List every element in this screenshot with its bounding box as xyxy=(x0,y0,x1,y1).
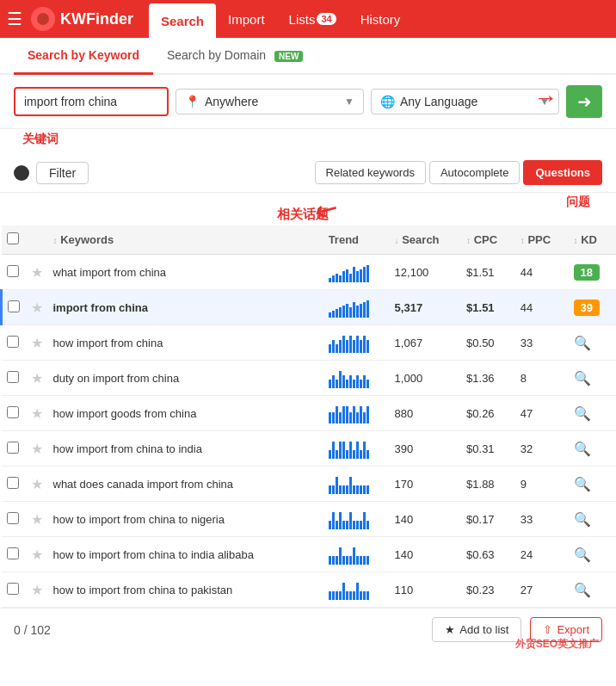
favorite-icon[interactable]: ★ xyxy=(31,371,43,386)
row-checkbox[interactable] xyxy=(7,583,19,595)
trend-bar xyxy=(332,512,335,529)
kd-cell: 🔍 xyxy=(569,325,616,361)
nav-item-lists[interactable]: Lists 34 xyxy=(277,0,348,38)
filter-toggle[interactable] xyxy=(14,165,29,181)
trend-bar xyxy=(349,412,352,423)
trend-bar xyxy=(356,336,359,353)
ppc-cell: 33 xyxy=(515,325,569,361)
add-to-list-button[interactable]: ★ Add to list xyxy=(432,617,521,642)
trend-bar xyxy=(332,275,335,282)
row-checkbox[interactable] xyxy=(7,336,19,348)
search-button[interactable]: ➜ xyxy=(566,85,602,118)
search-volume-cell: 170 xyxy=(390,467,461,502)
favorite-icon[interactable]: ★ xyxy=(31,300,43,315)
trend-bar xyxy=(353,380,355,388)
filter-bar: Filter Related keywords Autocomplete Que… xyxy=(0,153,616,193)
trend-bar xyxy=(360,340,362,353)
trend-bar xyxy=(360,406,362,423)
trend-bar xyxy=(360,304,362,318)
col-trend: Trend xyxy=(323,226,390,255)
favorite-icon[interactable]: ★ xyxy=(31,547,43,562)
select-all-checkbox[interactable] xyxy=(7,232,19,244)
trend-bar xyxy=(329,278,331,282)
favorite-icon[interactable]: ★ xyxy=(31,265,43,280)
filter-button[interactable]: Filter xyxy=(36,162,89,184)
trend-bar xyxy=(342,306,345,318)
trend-bar xyxy=(332,311,335,318)
row-checkbox[interactable] xyxy=(7,512,19,524)
row-checkbox[interactable] xyxy=(8,300,20,312)
menu-icon[interactable]: ☰ xyxy=(7,9,22,29)
ppc-cell: 8 xyxy=(515,361,569,396)
trend-bar xyxy=(336,556,338,565)
cpc-cell: $0.17 xyxy=(461,502,515,537)
sub-nav-keyword[interactable]: Search by Keyword xyxy=(14,38,153,75)
row-checkbox[interactable] xyxy=(7,547,19,559)
trend-bar xyxy=(360,380,362,388)
keyword-input-wrapper[interactable] xyxy=(14,87,169,116)
star-icon-btn: ★ xyxy=(445,623,455,636)
keyword-cell: how import goods from china xyxy=(48,396,323,431)
favorite-icon[interactable]: ★ xyxy=(31,512,43,527)
kd-cell: 🔍 xyxy=(569,431,616,467)
cpc-cell: $1.88 xyxy=(461,467,515,502)
cpc-cell: $0.63 xyxy=(461,537,515,572)
search-icon[interactable]: 🔍 xyxy=(574,406,591,421)
row-checkbox[interactable] xyxy=(7,442,19,454)
table-header: ↕ Keywords Trend ↓ Search ↕ CPC ↕ PPC ↕ … xyxy=(2,226,617,255)
trend-cell xyxy=(323,361,390,396)
tab-related-keywords[interactable]: Related keywords xyxy=(315,161,426,184)
table-row: ★how import from china to india390$0.313… xyxy=(2,431,617,467)
tab-questions[interactable]: Questions xyxy=(523,160,602,185)
sub-nav-domain[interactable]: Search by Domain NEW xyxy=(153,38,317,75)
keyword-input[interactable] xyxy=(24,95,158,108)
pin-icon: 📍 xyxy=(185,95,200,108)
trend-bar xyxy=(356,306,359,318)
trend-cell xyxy=(323,290,390,325)
location-selector[interactable]: 📍 Anywhere ▼ xyxy=(176,89,364,114)
favorite-icon[interactable]: ★ xyxy=(31,442,43,456)
search-volume-cell: 1,000 xyxy=(390,361,461,396)
nav-item-import[interactable]: Import xyxy=(216,0,277,38)
row-checkbox[interactable] xyxy=(7,406,19,418)
search-icon[interactable]: 🔍 xyxy=(574,583,591,597)
kd-cell: 🔍 xyxy=(569,467,616,502)
row-checkbox[interactable] xyxy=(7,265,19,277)
search-icon[interactable]: 🔍 xyxy=(574,477,591,491)
language-selector[interactable]: 🌐 Any Language ▼ xyxy=(371,89,559,114)
favorite-icon[interactable]: ★ xyxy=(31,477,43,491)
search-icon[interactable]: 🔍 xyxy=(574,547,591,562)
trend-bar xyxy=(360,485,362,494)
kd-cell: 🔍 xyxy=(569,361,616,396)
trend-bar xyxy=(367,340,369,353)
nav-item-search[interactable]: Search xyxy=(149,3,216,38)
language-text: Any Language xyxy=(400,95,534,108)
keyword-cell: how import from china xyxy=(48,325,323,361)
search-icon[interactable]: 🔍 xyxy=(574,371,591,386)
favorite-icon[interactable]: ★ xyxy=(31,406,43,421)
trend-bar xyxy=(353,302,355,318)
search-icon[interactable]: 🔍 xyxy=(574,336,591,350)
search-icon[interactable]: 🔍 xyxy=(574,442,591,456)
nav-item-history[interactable]: History xyxy=(348,0,413,38)
favorite-icon[interactable]: ★ xyxy=(31,583,43,597)
cpc-cell: $0.26 xyxy=(461,396,515,431)
trend-bar xyxy=(329,312,331,318)
trend-bar xyxy=(342,583,345,600)
keyword-cell: what import from china xyxy=(48,255,323,290)
watermark: 外贸SEO英文推广 xyxy=(515,637,599,651)
tab-autocomplete[interactable]: Autocomplete xyxy=(429,161,521,184)
row-checkbox[interactable] xyxy=(7,477,19,489)
trend-bar xyxy=(360,450,362,459)
cpc-cell: $0.31 xyxy=(461,431,515,467)
favorite-icon[interactable]: ★ xyxy=(31,336,43,350)
trend-bar xyxy=(363,267,366,282)
search-icon[interactable]: 🔍 xyxy=(574,512,591,527)
trend-bar xyxy=(363,442,366,459)
trend-cell xyxy=(323,396,390,431)
trend-bar xyxy=(360,269,362,282)
trend-bar xyxy=(363,591,366,600)
row-checkbox[interactable] xyxy=(7,371,19,383)
trend-cell xyxy=(323,255,390,290)
trend-bar xyxy=(356,485,359,494)
